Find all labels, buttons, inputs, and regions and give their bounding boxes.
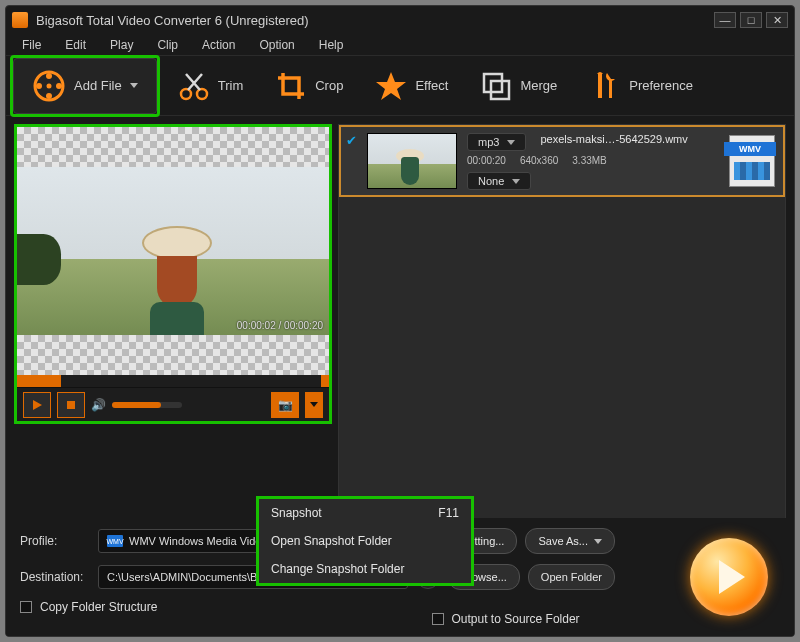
merge-icon	[480, 70, 512, 102]
format-value: mp3	[478, 136, 499, 148]
svg-point-7	[197, 89, 207, 99]
tools-icon	[589, 70, 621, 102]
convert-button[interactable]	[690, 538, 768, 616]
file-checkbox[interactable]: ✔	[341, 127, 361, 195]
snapshot-menu: Snapshot F11 Open Snapshot Folder Change…	[256, 496, 474, 586]
output-source-checkbox[interactable]	[432, 613, 444, 625]
svg-rect-8	[484, 74, 502, 92]
volume-slider[interactable]	[112, 402, 182, 408]
maximize-button[interactable]: □	[740, 12, 762, 28]
menu-option[interactable]: Option	[247, 38, 306, 52]
play-button[interactable]	[23, 392, 51, 418]
star-icon	[375, 70, 407, 102]
checker-top	[17, 127, 329, 167]
file-name: pexels-maksi…-5642529.wmv	[540, 133, 687, 145]
file-resolution: 640x360	[520, 155, 558, 166]
preference-label: Preference	[629, 78, 693, 93]
open-folder-button[interactable]: Open Folder	[528, 564, 615, 590]
stop-button[interactable]	[57, 392, 85, 418]
copy-folder-checkbox[interactable]	[20, 601, 32, 613]
subtitle-select[interactable]: None	[467, 172, 531, 190]
speaker-icon: 🔊	[91, 398, 106, 412]
file-size: 3.33MB	[572, 155, 606, 166]
svg-rect-9	[491, 81, 509, 99]
add-file-button[interactable]: Add File	[13, 58, 157, 114]
crop-icon	[275, 70, 307, 102]
reel-icon	[32, 69, 66, 103]
format-select[interactable]: mp3	[467, 133, 526, 151]
app-window: Bigasoft Total Video Converter 6 (Unregi…	[5, 5, 795, 637]
minimize-button[interactable]: —	[714, 12, 736, 28]
output-source-row[interactable]: Output to Source Folder	[432, 612, 580, 626]
profile-format-icon: WMV	[107, 535, 123, 547]
body-area: 00:00:02 / 00:00:20 🔊 📷	[6, 116, 794, 528]
preview-controls: 🔊 📷	[17, 387, 329, 421]
merge-button[interactable]: Merge	[466, 64, 571, 108]
chevron-down-icon	[594, 539, 602, 544]
snapshot-dropdown[interactable]	[305, 392, 323, 418]
menu-snapshot[interactable]: Snapshot F11	[259, 499, 471, 527]
trim-button[interactable]: Trim	[164, 64, 258, 108]
menu-open-snapshot-folder[interactable]: Open Snapshot Folder	[259, 527, 471, 555]
titlebar: Bigasoft Total Video Converter 6 (Unregi…	[6, 6, 794, 34]
window-title: Bigasoft Total Video Converter 6 (Unregi…	[36, 13, 710, 28]
svg-rect-10	[598, 74, 602, 98]
chevron-down-icon	[130, 83, 138, 88]
effect-button[interactable]: Effect	[361, 64, 462, 108]
copy-folder-row[interactable]: Copy Folder Structure	[20, 600, 780, 614]
close-button[interactable]: ✕	[766, 12, 788, 28]
svg-point-2	[56, 83, 62, 89]
effect-label: Effect	[415, 78, 448, 93]
chevron-down-icon	[512, 179, 520, 184]
seek-bar[interactable]	[17, 375, 329, 387]
scissors-icon	[178, 70, 210, 102]
svg-point-1	[46, 73, 52, 79]
svg-point-6	[181, 89, 191, 99]
svg-point-4	[36, 83, 42, 89]
merge-label: Merge	[520, 78, 557, 93]
profile-value: WMV Windows Media Vide	[129, 535, 261, 547]
highlight-addfile: Add File	[10, 55, 160, 117]
copy-folder-label: Copy Folder Structure	[40, 600, 157, 614]
svg-rect-12	[67, 401, 75, 409]
trim-label: Trim	[218, 78, 244, 93]
file-thumbnail	[367, 133, 457, 189]
toolbar: Add File Trim Crop Effect	[6, 56, 794, 116]
chevron-down-icon	[310, 402, 318, 407]
crop-label: Crop	[315, 78, 343, 93]
svg-rect-11	[609, 80, 612, 98]
file-type-icon: WMV	[721, 127, 783, 195]
profile-label: Profile:	[20, 534, 90, 548]
preference-button[interactable]: Preference	[575, 64, 707, 108]
wmv-badge: WMV	[724, 142, 776, 156]
destination-label: Destination:	[20, 570, 90, 584]
chevron-down-icon	[507, 140, 515, 145]
save-as-button[interactable]: Save As...	[525, 528, 615, 554]
svg-point-3	[46, 93, 52, 99]
snapshot-button[interactable]: 📷	[271, 392, 299, 418]
file-duration: 00:00:20	[467, 155, 506, 166]
menu-action[interactable]: Action	[190, 38, 247, 52]
preview-panel: 00:00:02 / 00:00:20 🔊 📷	[14, 124, 332, 424]
menu-snapshot-shortcut: F11	[438, 506, 459, 520]
volume-control[interactable]: 🔊	[91, 398, 182, 412]
menubar: File Edit Play Clip Action Option Help	[6, 34, 794, 56]
menu-edit[interactable]: Edit	[53, 38, 98, 52]
menu-help[interactable]: Help	[307, 38, 356, 52]
checker-bottom	[17, 335, 329, 375]
file-row[interactable]: ✔ mp3 pexels-maksi…-5642529.wmv 00:00:20	[339, 125, 785, 197]
app-icon	[12, 12, 28, 28]
bottom-panel: Snapshot F11 Open Snapshot Folder Change…	[6, 518, 794, 636]
add-file-label: Add File	[74, 78, 122, 93]
menu-change-snapshot-folder[interactable]: Change Snapshot Folder	[259, 555, 471, 583]
camera-icon: 📷	[278, 398, 293, 412]
menu-play[interactable]: Play	[98, 38, 145, 52]
menu-file[interactable]: File	[10, 38, 53, 52]
crop-button[interactable]: Crop	[261, 64, 357, 108]
svg-point-5	[47, 83, 52, 88]
file-info: mp3 pexels-maksi…-5642529.wmv 00:00:20 6…	[463, 127, 721, 195]
menu-clip[interactable]: Clip	[145, 38, 190, 52]
preview-frame: 00:00:02 / 00:00:20	[17, 167, 329, 335]
menu-snapshot-label: Snapshot	[271, 506, 322, 520]
destination-value: C:\Users\ADMIN\Documents\B	[107, 571, 257, 583]
